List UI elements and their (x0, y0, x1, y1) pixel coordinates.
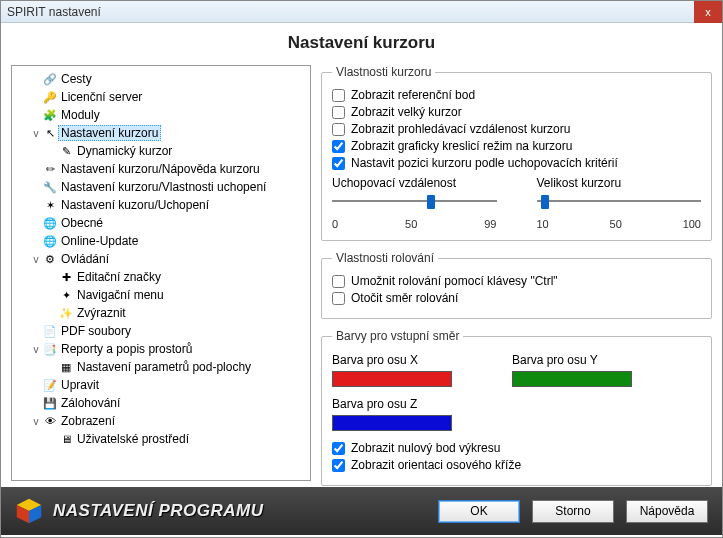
chk-invert-scroll[interactable]: Otočit směr rolování (332, 291, 701, 305)
tree-item[interactable]: ✚Editační značky (12, 268, 310, 286)
expand-icon[interactable]: v (30, 128, 42, 139)
tree-item-label: Nastavení kurzoru (58, 125, 161, 141)
chk-search-dist[interactable]: Zobrazit prohledávací vzdálenost kurzoru (332, 122, 701, 136)
swatch-x[interactable] (332, 371, 452, 387)
layer-icon: ▦ (58, 359, 74, 375)
tree-item[interactable]: 🌐Obecné (12, 214, 310, 232)
hi-icon: ✨ (58, 305, 74, 321)
tree-item-label: Ovládání (58, 251, 112, 267)
slider-size-thumb[interactable] (541, 195, 549, 209)
nav-tree[interactable]: 🔗Cesty🔑Licenční server🧩Modulyv↖Nastavení… (11, 65, 311, 481)
ui-icon: 🖥 (58, 431, 74, 447)
edit-icon: 📝 (42, 377, 58, 393)
chk-ref-point[interactable]: Zobrazit referenční bod (332, 88, 701, 102)
group-cursor-legend: Vlastnosti kurzoru (332, 65, 435, 79)
tree-item[interactable]: v👁Zobrazení (12, 412, 310, 430)
tree-item[interactable]: ✨Zvýraznit (12, 304, 310, 322)
chk-invert-scroll-box[interactable] (332, 292, 345, 305)
chk-show-origin[interactable]: Zobrazit nulový bod výkresu (332, 441, 701, 455)
disk-icon: 💾 (42, 395, 58, 411)
tree-item-label: Zobrazení (58, 413, 118, 429)
globe-icon: 🌐 (42, 215, 58, 231)
tree-item[interactable]: 🔗Cesty (12, 70, 310, 88)
globe-icon: 🌐 (42, 233, 58, 249)
expand-icon[interactable]: v (30, 344, 42, 355)
chk-ctrl-scroll-box[interactable] (332, 275, 345, 288)
chk-ctrl-scroll[interactable]: Umožnit rolování pomocí klávesy "Ctrl" (332, 274, 701, 288)
color-x[interactable]: Barva pro osu X (332, 353, 452, 387)
color-z[interactable]: Barva pro osu Z (332, 397, 701, 431)
chk-show-origin-box[interactable] (332, 442, 345, 455)
tree-item[interactable]: ▦Nastavení parametrů pod-plochy (12, 358, 310, 376)
tree-item-label: Editační značky (74, 269, 164, 285)
chk-show-axis-cross-box[interactable] (332, 459, 345, 472)
tree-item[interactable]: 🌐Online-Update (12, 232, 310, 250)
window-title: SPIRIT nastavení (7, 5, 101, 19)
help-button[interactable]: Nápověda (626, 500, 708, 523)
chk-snap-criteria-box[interactable] (332, 157, 345, 170)
tree-item[interactable]: v↖Nastavení kurzoru (12, 124, 310, 142)
tree-item[interactable]: ✶Nastavení kuzoru/Uchopení (12, 196, 310, 214)
tree-item-label: Navigační menu (74, 287, 167, 303)
star-icon: ✦ (58, 287, 74, 303)
titlebar: SPIRIT nastavení x (1, 1, 722, 23)
close-icon: x (705, 6, 711, 18)
chk-search-dist-box[interactable] (332, 123, 345, 136)
close-button[interactable]: x (694, 1, 722, 23)
tree-item[interactable]: 🔧Nastavení kurzoru/Vlastnosti uchopení (12, 178, 310, 196)
tree-item[interactable]: ✏Nastavení kurzoru/Nápověda kurzoru (12, 160, 310, 178)
tree-item[interactable]: 🧩Moduly (12, 106, 310, 124)
pencil-icon: ✏ (42, 161, 58, 177)
cancel-button[interactable]: Storno (532, 500, 614, 523)
slider-snap-thumb[interactable] (427, 195, 435, 209)
wrench-icon: 🔧 (42, 179, 58, 195)
tree-item-label: Reporty a popis prostorů (58, 341, 195, 357)
eye-icon: 👁 (42, 413, 58, 429)
tree-item-label: Licenční server (58, 89, 145, 105)
footer-title: NASTAVENÍ PROGRAMU (53, 501, 264, 521)
pdf-icon: 📄 (42, 323, 58, 339)
link-icon: 🔗 (42, 71, 58, 87)
tree-item-label: Dynamický kurzor (74, 143, 175, 159)
tree-item[interactable]: ✎Dynamický kurzor (12, 142, 310, 160)
tree-item[interactable]: v⚙Ovládání (12, 250, 310, 268)
chk-graphic-mode[interactable]: Zobrazit graficky kreslicí režim na kurz… (332, 139, 701, 153)
chk-show-axis-cross[interactable]: Zobrazit orientaci osového kříže (332, 458, 701, 472)
group-scroll-legend: Vlastnosti rolování (332, 251, 438, 265)
tree-item-label: Nastavení parametrů pod-plochy (74, 359, 254, 375)
snap-icon: ✶ (42, 197, 58, 213)
tree-item-label: Online-Update (58, 233, 141, 249)
tree-item[interactable]: ✦Navigační menu (12, 286, 310, 304)
tree-item[interactable]: 💾Zálohování (12, 394, 310, 412)
expand-icon[interactable]: v (30, 416, 42, 427)
ok-button[interactable]: OK (438, 500, 520, 523)
chk-graphic-mode-box[interactable] (332, 140, 345, 153)
tree-item-label: PDF soubory (58, 323, 134, 339)
tree-item-label: Zvýraznit (74, 305, 129, 321)
group-axis-colors: Barvy pro vstupní směr Barva pro osu X B… (321, 329, 712, 486)
swatch-z[interactable] (332, 415, 452, 431)
slider-cursor-size[interactable]: Velikost kurzoru 1050100 (537, 176, 702, 230)
tree-item-label: Nastavení kuzoru/Uchopení (58, 197, 212, 213)
mod-icon: 🧩 (42, 107, 58, 123)
chk-big-cursor[interactable]: Zobrazit velký kurzor (332, 105, 701, 119)
swatch-y[interactable] (512, 371, 632, 387)
chk-big-cursor-box[interactable] (332, 106, 345, 119)
tree-item[interactable]: 📝Upravit (12, 376, 310, 394)
tree-item-label: Moduly (58, 107, 103, 123)
page-title: Nastavení kurzoru (1, 23, 722, 65)
gear-icon: ⚙ (42, 251, 58, 267)
chk-ref-point-box[interactable] (332, 89, 345, 102)
tree-item-label: Upravit (58, 377, 102, 393)
tree-item[interactable]: 🖥Uživatelské prostředí (12, 430, 310, 448)
color-y[interactable]: Barva pro osu Y (512, 353, 632, 387)
plus-icon: ✚ (58, 269, 74, 285)
tree-item[interactable]: 🔑Licenční server (12, 88, 310, 106)
expand-icon[interactable]: v (30, 254, 42, 265)
slider-snap-distance[interactable]: Uchopovací vzdálenost 05099 (332, 176, 497, 230)
tree-item-label: Zálohování (58, 395, 123, 411)
chk-snap-criteria[interactable]: Nastavit pozici kurzoru podle uchopovací… (332, 156, 701, 170)
tree-item[interactable]: 📄PDF soubory (12, 322, 310, 340)
tree-item[interactable]: v📑Reporty a popis prostorů (12, 340, 310, 358)
footer: NASTAVENÍ PROGRAMU OK Storno Nápověda (1, 487, 722, 535)
